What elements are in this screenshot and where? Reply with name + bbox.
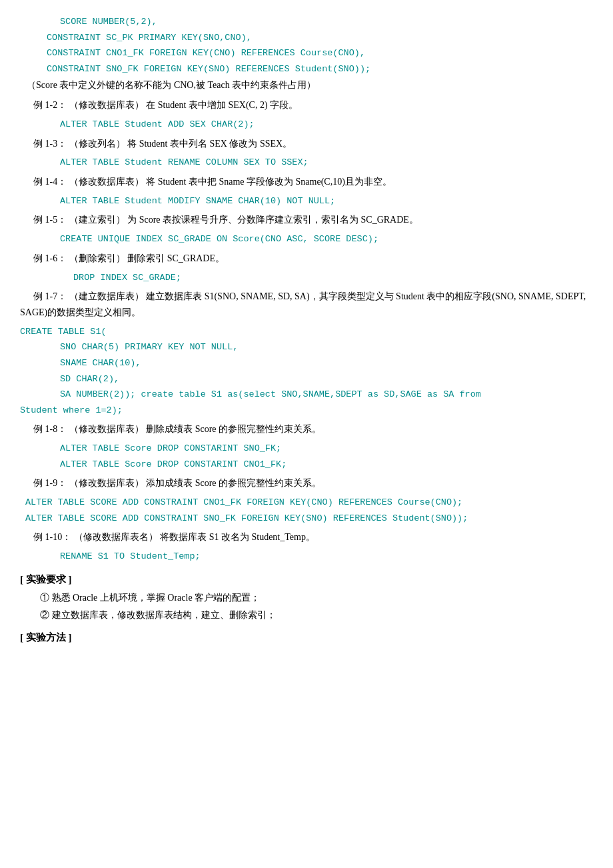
req-item-1: ① 熟悉 Oracle 上机环境，掌握 Oracle 客户端的配置； xyxy=(20,590,593,606)
code-line-constraint-sc-pk: CONSTRAINT SC_PK PRIMARY KEY(SNO,CNO), xyxy=(20,31,593,45)
example-1-8-label: 例 1-8： xyxy=(20,424,67,434)
code-line-constraint-sno-fk: CONSTRAINT SNO_FK FOREIGN KEY(SNO) REFER… xyxy=(20,62,593,77)
section-method-header: [ 实验方法 ] xyxy=(20,631,593,644)
example-1-7: 例 1-7： （建立数据库表） 建立数据库表 S1(SNO, SNAME, SD… xyxy=(20,289,593,321)
code-add-cno1-fk: ALTER TABLE SCORE ADD CONSTRAINT CNO1_FK… xyxy=(20,495,593,510)
example-1-10-desc: （修改数据库表名） 将数据库表 S1 改名为 Student_Temp。 xyxy=(74,532,315,542)
code-drop-index: DROP INDEX SC_GRADE; xyxy=(20,271,593,285)
example-1-2-label: 例 1-2： xyxy=(20,100,67,110)
example-1-4: 例 1-4： （修改数据库表） 将 Student 表中把 Sname 字段修改… xyxy=(20,174,593,190)
example-1-10: 例 1-10： （修改数据库表名） 将数据库表 S1 改名为 Student_T… xyxy=(20,529,593,545)
example-1-9: 例 1-9： （修改数据库表） 添加成绩表 Score 的参照完整性约束关系。 xyxy=(20,475,593,491)
example-1-8-desc: （修改数据库表） 删除成绩表 Score 的参照完整性约束关系。 xyxy=(69,424,321,434)
note-cno: （Score 表中定义外键的名称不能为 CNO,被 Teach 表中约束条件占用… xyxy=(20,77,593,93)
example-1-2-desc: （修改数据库表） 在 Student 表中增加 SEX(C, 2) 字段。 xyxy=(69,100,298,110)
example-1-3: 例 1-3： （修改列名） 将 Student 表中列名 SEX 修改为 SSE… xyxy=(20,136,593,152)
code-add-sno-fk: ALTER TABLE SCORE ADD CONSTRAINT SNO_FK … xyxy=(20,511,593,526)
example-1-2: 例 1-2： （修改数据库表） 在 Student 表中增加 SEX(C, 2)… xyxy=(20,97,593,113)
example-1-6-desc: （删除索引） 删除索引 SC_GRADE。 xyxy=(69,253,225,263)
example-1-6: 例 1-6： （删除索引） 删除索引 SC_GRADE。 xyxy=(20,251,593,267)
example-1-5-label: 例 1-5： xyxy=(20,215,67,225)
code-create-index: CREATE UNIQUE INDEX SC_GRADE ON Score(CN… xyxy=(20,232,593,247)
code-drop-sno-fk: ALTER TABLE Score DROP CONSTARINT SNO_FK… xyxy=(20,441,593,456)
code-alter-rename-sex: ALTER TABLE Student RENAME COLUMN SEX TO… xyxy=(20,155,593,170)
code-rename-s1: RENAME S1 TO Student_Temp; xyxy=(20,549,593,564)
code-s1-sno: SNO CHAR(5) PRIMARY KEY NOT NULL, xyxy=(20,340,593,355)
example-1-7-label: 例 1-7： xyxy=(20,291,67,301)
code-s1-sd: SD CHAR(2), xyxy=(20,372,593,387)
section-req-header: [ 实验要求 ] xyxy=(20,573,593,586)
example-1-3-desc: （修改列名） 将 Student 表中列名 SEX 修改为 SSEX。 xyxy=(69,139,292,149)
example-1-9-desc: （修改数据库表） 添加成绩表 Score 的参照完整性约束关系。 xyxy=(69,478,321,488)
example-1-4-desc: （修改数据库表） 将 Student 表中把 Sname 字段修改为 Sname… xyxy=(69,177,392,187)
code-s1-sa-cont: Student where 1=2); xyxy=(20,403,593,418)
req-item-2: ② 建立数据库表，修改数据库表结构，建立、删除索引； xyxy=(20,607,593,623)
code-alter-modify-sname: ALTER TABLE Student MODIFY SNAME CHAR(10… xyxy=(20,194,593,209)
example-1-9-label: 例 1-9： xyxy=(20,478,67,488)
example-1-5-desc: （建立索引） 为 Score 表按课程号升序、分数降序建立索引，索引名为 SC_… xyxy=(69,215,418,225)
code-s1-sa: SA NUMBER(2)); create table S1 as(select… xyxy=(20,387,593,402)
example-1-7-desc: （建立数据库表） 建立数据库表 S1(SNO, SNAME, SD, SA)，其… xyxy=(20,291,586,317)
code-drop-cno1-fk: ALTER TABLE Score DROP CONSTARINT CNO1_F… xyxy=(20,457,593,472)
code-line-constraint-cno1-fk: CONSTRAINT CNO1_FK FOREIGN KEY(CNO) REFE… xyxy=(20,46,593,61)
code-line-score: SCORE NUMBER(5,2), xyxy=(20,15,593,29)
code-s1-sname: SNAME CHAR(10), xyxy=(20,356,593,371)
example-1-6-label: 例 1-6： xyxy=(20,253,67,263)
example-1-10-label: 例 1-10： xyxy=(20,532,71,542)
example-1-4-label: 例 1-4： xyxy=(20,177,67,187)
page-content: SCORE NUMBER(5,2), CONSTRAINT SC_PK PRIM… xyxy=(20,15,593,644)
example-1-8: 例 1-8： （修改数据库表） 删除成绩表 Score 的参照完整性约束关系。 xyxy=(20,421,593,437)
example-1-5: 例 1-5： （建立索引） 为 Score 表按课程号升序、分数降序建立索引，索… xyxy=(20,212,593,228)
example-1-3-label: 例 1-3： xyxy=(20,139,67,149)
code-alter-add-sex: ALTER TABLE Student ADD SEX CHAR(2); xyxy=(20,117,593,132)
code-create-table-s1: CREATE TABLE S1( xyxy=(20,325,593,339)
